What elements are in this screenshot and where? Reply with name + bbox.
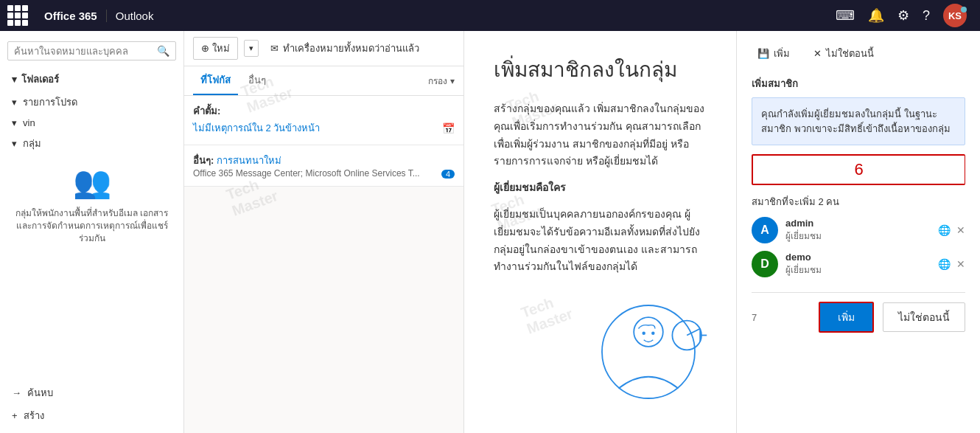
step-number: 7 [752, 312, 757, 323]
chevron-down-icon: ▾ [12, 74, 17, 85]
member-avatar-demo: D [752, 251, 778, 277]
skip-label: ไม่ใช่ตอนนี้ [826, 46, 874, 61]
group-description: กลุ่มให้พนักงานพื้นที่สำหรับอีเมล เอกสาร… [12, 207, 172, 244]
brand-label[interactable]: Office 365 [35, 10, 107, 22]
remove-member-icon[interactable]: ✕ [956, 224, 965, 236]
member-role: ผู้เยี่ยมชม [785, 263, 931, 277]
middle-toolbar: ⊕ ใหม่ ▾ ✉ ทำเครื่องหมายทั้งหมดว่าอ่านแล… [184, 31, 463, 66]
member-row: D demo ผู้เยี่ยมชม 🌐 ✕ [752, 251, 965, 277]
new-button[interactable]: ⊕ ใหม่ [193, 37, 238, 60]
plus-icon: ⊕ [201, 43, 209, 54]
add-button[interactable]: เพิ่ม [819, 302, 874, 333]
illustration [589, 285, 721, 418]
number-input-row[interactable] [752, 154, 965, 185]
group-icon: 👥 [73, 164, 111, 200]
sidebar-folders-label: โฟลเดอร์ [21, 72, 59, 87]
skip-header-button[interactable]: ✕ ไม่ใช่ตอนนี้ [808, 43, 880, 64]
new-label: ใหม่ [212, 41, 230, 56]
skip-button[interactable]: ไม่ใช่ตอนนี้ [883, 302, 965, 332]
sidebar-item-label: vin [23, 117, 35, 128]
page-title: เพิ่มสมาชิกลงในกลุ่ม [494, 53, 707, 86]
message-subject: ไม่มีเหตุการณ์ใน 2 วันข้างหน้า [193, 120, 320, 136]
search-input[interactable] [14, 46, 157, 57]
calendar-icon: 📅 [442, 122, 455, 134]
group-content-area: 👥 กลุ่มให้พนักงานพื้นที่สำหรับอีเมล เอกส… [0, 155, 183, 250]
sidebar-action-browse[interactable]: → ค้นหบ [0, 381, 183, 404]
right-panel: 💾 เพิ่ม ✕ ไม่ใช่ตอนนี้ เพิ่มสมาชิก คุณกำ… [737, 31, 980, 433]
save-label: เพิ่ม [774, 46, 790, 61]
watermark: TechMaster [519, 289, 575, 337]
main-content-panel: เพิ่มสมาชิกลงในกลุ่ม สร้างกลุ่มของคุณแล้… [464, 31, 737, 433]
middle-panel: ⊕ ใหม่ ▾ ✉ ทำเครื่องหมายทั้งหมดว่าอ่านแล… [184, 31, 464, 433]
content-paragraph1: สร้างกลุ่มของคุณแล้ว เพิ่มสมาชิกลงในกลุ่… [494, 100, 707, 170]
settings-icon[interactable]: ⚙ [897, 7, 909, 24]
filter-button[interactable]: กรอง ▾ [428, 74, 455, 88]
bell-icon[interactable]: 🔔 [868, 7, 884, 24]
envelope-icon: ✉ [270, 43, 279, 54]
member-actions: 🌐 ✕ [938, 258, 965, 270]
search-icon: 🔍 [157, 45, 169, 57]
app-name-label: Outlook [116, 10, 154, 22]
member-info-demo: demo ผู้เยี่ยมชม [785, 252, 931, 277]
save-header-button[interactable]: 💾 เพิ่ม [752, 43, 796, 64]
message-preview: Office 365 Message Center; Microsoft Onl… [193, 168, 455, 179]
plus-icon: + [12, 410, 18, 421]
chevron-icon: ▾ [450, 76, 455, 86]
bottom-actions: 7 เพิ่ม ไม่ใช่ตอนนี้ [752, 292, 965, 333]
filter-label: กรอง [428, 74, 447, 88]
search-bar[interactable]: 🔍 [7, 41, 176, 60]
svg-point-6 [642, 332, 645, 336]
tab-other[interactable]: อื่นๆ [241, 66, 273, 95]
tabs-row: ที่โฟกัส อื่นๆ กรอง ▾ [184, 66, 463, 96]
member-role: ผู้เยี่ยมชม [785, 229, 931, 243]
message-subject-inline: การสนทนาใหม่ [217, 155, 281, 166]
sidebar-item-label: รายการโปรด [23, 94, 77, 110]
svg-point-0 [602, 305, 695, 398]
skype-icon[interactable]: ⌨ [836, 7, 855, 24]
member-avatar-admin: A [752, 217, 778, 243]
left-sidebar: 🔍 ▾ โฟลเดอร์ ▾ รายการโปรด ▾ vin ▾ กลุ่ม … [0, 31, 184, 433]
tab-focused[interactable]: ที่โฟกัส [193, 66, 238, 95]
section-label: เพิ่มสมาชิก [752, 76, 965, 91]
sidebar-action-label: สร้าง [24, 408, 44, 423]
sidebar-item-favorites[interactable]: ▾ รายการโปรด [0, 91, 183, 114]
chevron-icon: ▾ [12, 97, 17, 108]
message-item[interactable]: อื่นๆ: การสนทนาใหม่ Office 365 Message C… [184, 145, 463, 187]
number-input[interactable] [753, 156, 965, 184]
member-info-admin: admin ผู้เยี่ยมชม [785, 218, 931, 243]
message-sender: อื่นๆ: การสนทนาใหม่ [193, 153, 455, 168]
member-actions: 🌐 ✕ [938, 224, 965, 236]
message-item[interactable]: คำตั้ม: ไม่มีเหตุการณ์ใน 2 วันข้างหน้า 📅 [184, 96, 463, 145]
svg-point-7 [651, 332, 655, 336]
member-name: demo [785, 252, 931, 263]
close-icon: ✕ [813, 48, 822, 59]
sidebar-item-groups[interactable]: ▾ กลุ่ม [0, 132, 183, 155]
new-split-button[interactable]: ▾ [244, 40, 259, 57]
chevron-icon: ▾ [12, 117, 17, 128]
remove-member-icon[interactable]: ✕ [956, 258, 965, 270]
sidebar-folders-header[interactable]: ▾ โฟลเดอร์ [0, 68, 183, 91]
member-name: admin [785, 218, 931, 229]
guest-title: ผู้เยี่ยมชมคือใคร [494, 181, 566, 193]
avatar-initial: A [760, 224, 769, 237]
member-row: A admin ผู้เยี่ยมชม 🌐 ✕ [752, 217, 965, 243]
mark-read-label: ทำเครื่องหมายทั้งหมดว่าอ่านแล้ว [283, 41, 419, 56]
sidebar-item-label: กลุ่ม [23, 136, 41, 151]
waffle-menu-icon[interactable] [7, 5, 28, 26]
sidebar-action-create[interactable]: + สร้าง [0, 404, 183, 427]
message-badge: 4 [441, 170, 455, 179]
right-panel-header: 💾 เพิ่ม ✕ ไม่ใช่ตอนนี้ [752, 43, 965, 64]
avatar-initial: D [760, 257, 769, 271]
help-icon[interactable]: ? [923, 8, 930, 24]
arrow-icon: → [12, 387, 21, 398]
chevron-icon: ▾ [12, 138, 17, 149]
top-navigation: Office 365 Outlook ⌨ 🔔 ⚙ ? KS [0, 0, 980, 31]
sidebar-item-vin[interactable]: ▾ vin [0, 114, 183, 132]
sidebar-action-label: ค้นหบ [27, 385, 53, 401]
content-paragraph2: ผู้เยี่ยมชมเป็นบุคคลภายนอกองค์กรของคุณ ผ… [494, 206, 707, 276]
globe-icon[interactable]: 🌐 [938, 224, 951, 236]
globe-icon[interactable]: 🌐 [938, 258, 951, 270]
message-sender: คำตั้ม: [193, 103, 455, 119]
members-label: สมาชิกที่จะเพิ่ม 2 คน [752, 194, 965, 209]
mark-read-button[interactable]: ✉ ทำเครื่องหมายทั้งหมดว่าอ่านแล้ว [265, 38, 425, 59]
